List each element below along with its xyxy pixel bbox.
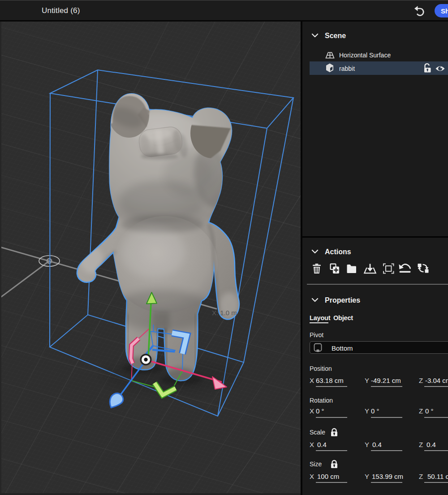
svg-text:X: 1.0 m: X: 1.0 m: [212, 309, 237, 317]
